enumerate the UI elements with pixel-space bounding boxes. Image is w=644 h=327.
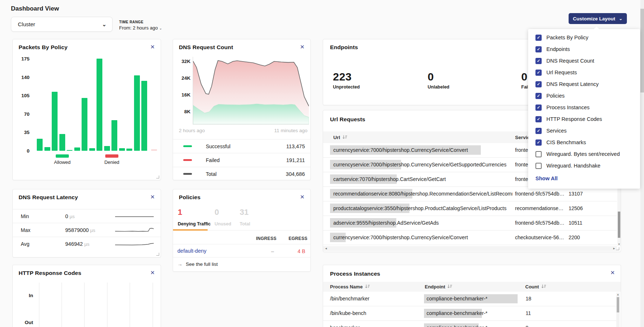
show-all-link[interactable]: Show All <box>535 176 558 181</box>
scrollbar-thumb[interactable] <box>640 9 644 92</box>
close-icon[interactable]: ✕ <box>150 194 155 200</box>
stat-label: Total <box>240 221 250 226</box>
scroll-left-arrow-icon[interactable]: ◄ <box>325 247 327 250</box>
checkbox-checked-icon[interactable]: ✓ <box>535 105 542 111</box>
process-table-header: Process Name Endpoint Count <box>323 282 621 292</box>
area-chart <box>193 57 309 125</box>
scroll-right-arrow-icon[interactable]: ► <box>613 247 616 250</box>
view-selector-dropdown[interactable]: Cluster ⌄ <box>11 17 113 32</box>
column-header-ingress: INGRESS <box>256 236 276 241</box>
checkbox-unchecked-icon[interactable] <box>535 151 542 157</box>
menu-item[interactable]: ✓Services <box>528 125 640 137</box>
gridline <box>62 283 62 327</box>
y-axis-tick: 175 <box>13 56 30 62</box>
menu-item[interactable]: Wireguard. Handshake <box>528 160 640 172</box>
checkbox-checked-icon[interactable]: ✓ <box>535 116 542 122</box>
menu-item[interactable]: Wireguard. Bytes sent/received <box>528 148 640 160</box>
column-header-count[interactable]: Count <box>525 284 546 289</box>
checkbox-checked-icon[interactable]: ✓ <box>535 81 542 87</box>
latency-row: Min0 µs <box>13 209 161 223</box>
close-icon[interactable]: ✕ <box>300 194 305 200</box>
policies-stat[interactable]: 0Unused <box>215 208 231 226</box>
resize-handle[interactable] <box>616 247 619 250</box>
see-full-list-link[interactable]: → See the full list <box>177 261 218 267</box>
sort-icon[interactable] <box>365 284 370 289</box>
table-row[interactable]: /bin/benchmarkercompliance-benchmarker-*… <box>323 292 616 306</box>
legend-label: Total <box>206 171 217 177</box>
dns-legend-row[interactable]: Total304,686 <box>173 167 310 181</box>
endpoint-stat: 223Unprotected <box>333 71 360 90</box>
menu-item-label: Url Requests <box>546 70 577 75</box>
latency-unit: µs <box>90 228 95 233</box>
menu-item[interactable]: ✓CIS Benchmarks <box>528 137 640 148</box>
menu-item[interactable]: ✓Process Instances <box>528 102 640 113</box>
policies-stat[interactable]: 31Total <box>240 208 250 226</box>
close-icon[interactable]: ✕ <box>300 44 305 50</box>
checkbox-unchecked-icon[interactable] <box>535 163 542 169</box>
checkbox-checked-icon[interactable]: ✓ <box>535 70 542 76</box>
checkbox-checked-icon[interactable]: ✓ <box>535 58 542 64</box>
menu-item[interactable]: ✓Url Requests <box>528 67 640 78</box>
scroll-up-arrow-icon[interactable]: ▲ <box>616 293 620 296</box>
resize-handle[interactable] <box>156 253 159 256</box>
page-scrollbar[interactable] <box>640 0 644 327</box>
packets-by-policy-card: Packets By Policy ✕ 17514010570350 Allow… <box>12 39 161 180</box>
column-header-endpoint[interactable]: Endpoint <box>425 284 452 289</box>
table-row[interactable]: /bin/kube-benchcompliance-benchmarker-*1… <box>323 306 616 321</box>
close-icon[interactable]: ✕ <box>150 270 155 275</box>
count-cell: 9 <box>526 321 529 327</box>
checkbox-checked-icon[interactable]: ✓ <box>535 46 542 52</box>
count-cell: 18 <box>526 292 531 306</box>
checkbox-checked-icon[interactable]: ✓ <box>535 139 542 146</box>
checkbox-checked-icon[interactable]: ✓ <box>535 93 542 99</box>
table-row[interactable]: currencyservice:7000/hipstershop.Currenc… <box>323 231 617 245</box>
table-row[interactable]: recommendationservice:8080/hipstershop.R… <box>323 187 617 201</box>
menu-item[interactable]: ✓HTTP Response Codes <box>528 113 640 125</box>
scroll-down-arrow-icon[interactable]: ▼ <box>617 243 621 245</box>
table-row[interactable]: benchmarkercompliance-benchmarker-*9 <box>323 321 616 327</box>
dns-legend-row[interactable]: Failed191,211 <box>173 153 310 167</box>
sort-icon[interactable] <box>541 284 546 289</box>
bar-allowed <box>59 134 65 151</box>
legend-value: 304,686 <box>286 171 305 177</box>
process-table-vertical-scrollbar[interactable]: ▲ <box>616 293 620 327</box>
menu-item-label: Wireguard. Handshake <box>546 163 600 169</box>
time-range-value[interactable]: From: 2 hours ago ⌄ <box>119 25 162 31</box>
column-header-process-name[interactable]: Process Name <box>330 284 370 289</box>
policy-link[interactable]: default-deny <box>177 248 207 254</box>
close-icon[interactable]: ✕ <box>150 44 155 50</box>
menu-item[interactable]: ✓Endpoints <box>528 43 640 55</box>
divider <box>173 257 310 257</box>
table-row[interactable]: adservice:9555/hipstershop.AdService/Get… <box>323 216 617 231</box>
latency-sparkline <box>115 240 154 248</box>
card-title: Url Requests <box>330 116 365 123</box>
endpoint-cell: compliance-benchmarker-* <box>427 321 487 327</box>
dns-legend-row[interactable]: Successful113,475 <box>173 139 310 153</box>
url-table-horizontal-scrollbar[interactable]: ◄ ► <box>323 246 617 251</box>
resize-handle[interactable] <box>156 176 159 178</box>
y-axis-tick: 140 <box>13 75 30 80</box>
close-icon[interactable]: ✕ <box>610 270 615 275</box>
latency-label: Max <box>21 227 30 233</box>
menu-item[interactable]: ✓DNS Request Latency <box>528 78 640 90</box>
column-header-url[interactable]: Url <box>333 135 347 140</box>
checkbox-checked-icon[interactable]: ✓ <box>535 128 542 134</box>
table-row[interactable]: productcatalogservice:3550/hipstershop.P… <box>323 201 617 216</box>
sort-icon[interactable] <box>447 284 452 289</box>
scrollbar-thumb[interactable] <box>618 212 620 238</box>
legend-item[interactable]: Denied <box>97 154 126 165</box>
checkbox-checked-icon[interactable]: ✓ <box>535 35 542 41</box>
menu-item[interactable]: ✓Policies <box>528 90 640 102</box>
sort-icon[interactable] <box>342 135 347 140</box>
menu-item-label: DNS Request Latency <box>546 81 598 87</box>
bar-allowed <box>44 147 50 151</box>
count-cell: 12506 <box>569 201 583 216</box>
scrollbar-thumb[interactable] <box>617 297 619 312</box>
policies-stat-active-tab[interactable]: 1Denying Traffic <box>178 208 211 226</box>
stat-value: 1 <box>178 208 211 217</box>
customize-layout-button[interactable]: Customize Layout ⌄ <box>569 13 627 24</box>
legend-item[interactable]: Allowed <box>48 154 77 165</box>
menu-item[interactable]: ✓Packets By Policy <box>528 32 640 43</box>
menu-item[interactable]: ✓DNS Request Count <box>528 55 640 67</box>
stat-value: 0 <box>428 71 449 83</box>
